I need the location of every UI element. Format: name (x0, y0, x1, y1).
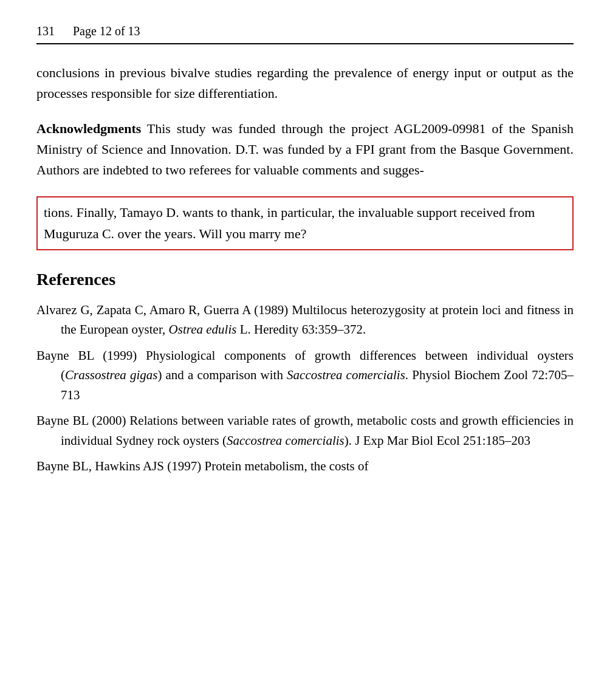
list-item: Bayne BL, Hawkins AJS (1997) Protein met… (36, 456, 574, 476)
ack-label: Acknowledgments (36, 121, 141, 136)
ref-text: Bayne BL, Hawkins AJS (1997) Protein met… (36, 459, 369, 473)
reference-list: Alvarez G, Zapata C, Amaro R, Guerra A (… (36, 300, 574, 476)
highlighted-box: tions. Finally, Tamayo D. wants to thank… (36, 196, 574, 250)
page-container: 131 Page 12 of 13 conclusions in previou… (0, 0, 610, 700)
ref-text: Bayne BL (2000) Relations between variab… (36, 413, 574, 448)
page-header: 131 Page 12 of 13 (36, 24, 574, 44)
references-title: References (36, 270, 574, 289)
main-paragraph: conclusions in previous bivalve studies … (36, 63, 574, 104)
list-item: Bayne BL (1999) Physiological components… (36, 346, 574, 405)
highlighted-text: tions. Finally, Tamayo D. wants to thank… (44, 205, 535, 241)
ref-text: Alvarez G, Zapata C, Amaro R, Guerra A (… (36, 303, 574, 337)
acknowledgments-section: Acknowledgments This study was funded th… (36, 118, 574, 180)
list-item: Alvarez G, Zapata C, Amaro R, Guerra A (… (36, 300, 574, 340)
page-inner: 131 Page 12 of 13 conclusions in previou… (0, 0, 610, 507)
page-number: 131 (36, 24, 55, 38)
list-item: Bayne BL (2000) Relations between variab… (36, 411, 574, 450)
page-label: Page 12 of 13 (73, 24, 140, 38)
ref-text: Bayne BL (1999) Physiological components… (36, 348, 574, 402)
